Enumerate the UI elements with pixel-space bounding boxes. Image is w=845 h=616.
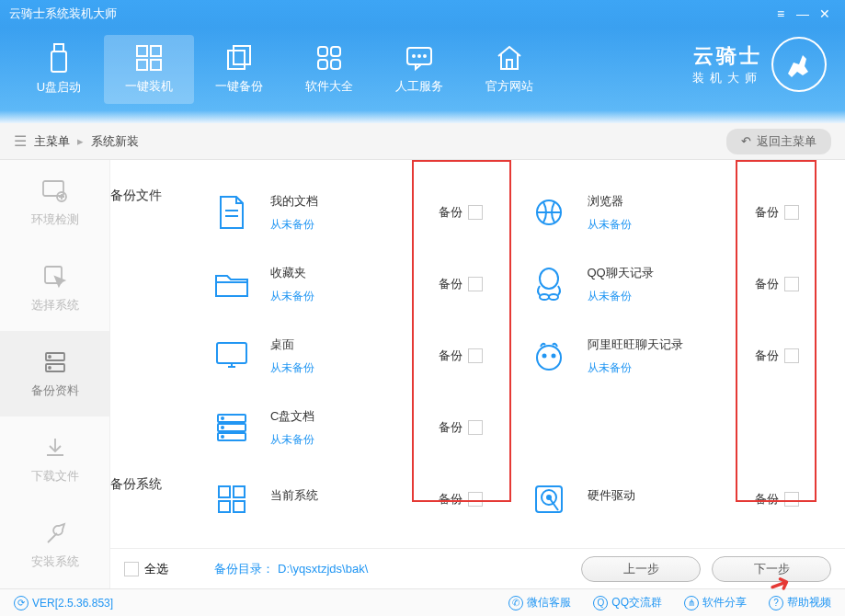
sb-share[interactable]: ⋔软件分享 xyxy=(684,595,747,610)
brand: 云骑士 装机大师 xyxy=(692,37,827,92)
svg-point-29 xyxy=(222,427,223,428)
svg-rect-34 xyxy=(234,501,245,512)
svg-rect-5 xyxy=(151,60,161,70)
row-wangwang: 阿里旺旺聊天记录从未备份 备份 xyxy=(529,320,818,392)
monitor-gear-icon xyxy=(41,178,69,204)
row-cdrive: C盘文档从未备份 备份 xyxy=(211,392,501,463)
checkbox-qq[interactable] xyxy=(784,277,799,291)
svg-point-30 xyxy=(222,436,223,438)
checkbox-cdrive[interactable] xyxy=(468,420,483,435)
svg-rect-31 xyxy=(219,486,230,497)
svg-point-38 xyxy=(549,294,558,300)
sb-qqgroup[interactable]: QQQ交流群 xyxy=(593,595,662,610)
back-main-button[interactable]: ↶ 返回主菜单 xyxy=(726,129,831,154)
svg-point-13 xyxy=(413,55,415,57)
svg-rect-8 xyxy=(318,47,327,56)
row-drivers: 硬件驱动 备份 xyxy=(529,463,818,535)
footer: 全选 备份目录： D:\yqsxtzjds\bak\ 上一步 下一步 xyxy=(110,548,845,588)
wangwang-icon xyxy=(529,336,569,376)
breadcrumb-current: 系统新装 xyxy=(91,133,139,150)
row-current-system: 当前系统 备份 xyxy=(211,463,501,535)
ie-icon xyxy=(529,192,569,233)
checkbox-wangwang[interactable] xyxy=(784,348,799,363)
section-backup-files: 备份文件 xyxy=(110,188,162,204)
row-browser: 浏览器从未备份 备份 xyxy=(529,177,818,248)
nav-service[interactable]: 人工服务 xyxy=(374,35,464,104)
svg-rect-24 xyxy=(217,343,246,363)
undo-icon: ↶ xyxy=(741,134,751,148)
svg-rect-10 xyxy=(318,60,327,69)
backup-path[interactable]: D:\yqsxtzjds\bak\ xyxy=(278,562,368,576)
document-icon xyxy=(211,192,252,233)
share-icon: ⋔ xyxy=(684,596,699,610)
svg-point-41 xyxy=(552,355,554,358)
svg-rect-9 xyxy=(331,47,340,56)
sidebar-env-check[interactable]: 环境检测 xyxy=(0,160,109,245)
checkbox-select-all[interactable] xyxy=(124,562,139,576)
breadcrumb: ☰ 主菜单 ▸ 系统新装 ↶ 返回主菜单 xyxy=(0,123,845,160)
list-icon: ☰ xyxy=(14,132,27,150)
apps-icon xyxy=(314,43,344,73)
qq-icon xyxy=(529,264,569,304)
svg-point-22 xyxy=(49,356,51,358)
refresh-icon: ⟳ xyxy=(14,596,29,610)
copy-icon xyxy=(224,43,254,73)
drive-icon xyxy=(211,407,252,448)
version[interactable]: ⟳VER[2.5.36.853] xyxy=(14,596,113,610)
svg-rect-32 xyxy=(234,486,245,497)
svg-point-23 xyxy=(49,367,51,369)
sidebar-install-system[interactable]: 安装系统 xyxy=(0,502,109,587)
cursor-icon xyxy=(42,264,68,290)
checkbox-drivers[interactable] xyxy=(784,492,799,507)
knight-logo-icon xyxy=(771,37,827,92)
sb-wechat[interactable]: ✆微信客服 xyxy=(508,595,571,610)
nav-install[interactable]: 一键装机 xyxy=(104,35,194,104)
wrench-icon xyxy=(42,520,68,546)
breadcrumb-root[interactable]: 主菜单 xyxy=(34,133,70,150)
menu-icon[interactable]: ≡ xyxy=(770,6,792,21)
harddisk-icon xyxy=(529,479,569,519)
svg-rect-16 xyxy=(507,60,512,69)
select-all-label: 全选 xyxy=(144,561,168,577)
checkbox-desktop[interactable] xyxy=(468,348,483,363)
chat-icon xyxy=(405,43,434,73)
svg-rect-6 xyxy=(228,51,245,69)
svg-point-14 xyxy=(418,55,420,57)
svg-point-39 xyxy=(537,346,561,370)
nav-usb[interactable]: U盘启动 xyxy=(14,35,104,104)
sidebar-select-system[interactable]: 选择系统 xyxy=(0,245,109,331)
checkbox-documents[interactable] xyxy=(468,205,483,220)
home-icon xyxy=(495,43,524,73)
nav-backup[interactable]: 一键备份 xyxy=(194,35,284,104)
minimize-button[interactable]: — xyxy=(792,6,814,21)
checkbox-favorites[interactable] xyxy=(468,277,483,291)
svg-rect-4 xyxy=(137,60,147,70)
close-button[interactable]: ✕ xyxy=(814,6,836,21)
monitor-icon xyxy=(211,336,252,376)
svg-point-36 xyxy=(540,268,558,289)
svg-point-37 xyxy=(540,294,549,300)
svg-point-40 xyxy=(542,355,545,358)
sidebar-download[interactable]: 下载文件 xyxy=(0,416,109,502)
sidebar: 环境检测 选择系统 备份资料 下载文件 安装系统 xyxy=(0,160,110,588)
row-desktop: 桌面从未备份 备份 xyxy=(211,320,501,392)
prev-button[interactable]: 上一步 xyxy=(581,556,701,582)
usb-icon xyxy=(45,42,73,74)
svg-rect-17 xyxy=(43,181,63,196)
checkbox-browser[interactable] xyxy=(784,205,799,220)
windows-small-icon xyxy=(211,479,252,519)
nav-software[interactable]: 软件大全 xyxy=(284,35,374,104)
svg-rect-7 xyxy=(234,46,250,64)
windows-icon xyxy=(134,43,164,73)
row-favorites: 收藏夹从未备份 备份 xyxy=(211,248,501,320)
checkbox-system[interactable] xyxy=(468,492,483,507)
server-icon xyxy=(42,349,68,375)
svg-rect-33 xyxy=(219,501,230,512)
nav-website[interactable]: 官方网站 xyxy=(464,35,554,104)
svg-point-15 xyxy=(424,55,426,57)
svg-rect-0 xyxy=(54,44,63,51)
folder-icon xyxy=(211,264,252,304)
window-title: 云骑士系统装机大师 xyxy=(9,6,770,22)
top-nav: U盘启动 一键装机 一键备份 软件大全 人工服务 官方网站 云骑士 装机大师 xyxy=(0,28,845,110)
sidebar-backup-data[interactable]: 备份资料 xyxy=(0,331,109,416)
